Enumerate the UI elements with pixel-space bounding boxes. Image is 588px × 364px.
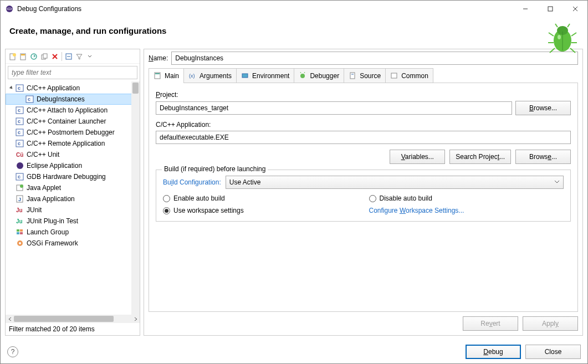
svg-text:c: c — [18, 174, 21, 180]
new-config-icon[interactable] — [8, 52, 18, 61]
tree-item[interactable]: Eclipse Application — [6, 160, 140, 171]
titlebar: Debug Configurations — [1, 1, 587, 17]
tree-item-label: OSGi Framework — [27, 239, 78, 247]
filter-icon[interactable] — [74, 52, 84, 61]
svg-text:c: c — [18, 107, 21, 113]
tab-common[interactable]: Common — [385, 68, 433, 83]
tab-debugger[interactable]: Debugger — [294, 68, 344, 83]
svg-line-14 — [550, 48, 555, 53]
search-project-button[interactable]: Search Project... — [449, 150, 511, 164]
delete-icon[interactable] — [50, 52, 60, 61]
collapse-all-icon[interactable] — [64, 52, 74, 61]
help-button[interactable]: ? — [7, 346, 18, 357]
tree-item-label: C/C++ Unit — [27, 151, 59, 158]
svg-text:c: c — [28, 96, 30, 102]
svg-text:(x): (x) — [189, 73, 195, 79]
tab-arguments[interactable]: (x)Arguments — [183, 68, 237, 83]
tree-item[interactable]: JuJUnit — [6, 204, 140, 216]
c-icon: c — [16, 139, 24, 148]
tree-item[interactable]: OSGi Framework — [6, 238, 140, 249]
tab-icon — [241, 71, 250, 80]
configure-workspace-link[interactable]: Configure Workspace Settings... — [369, 207, 564, 214]
tree-item[interactable]: JJava Application — [6, 193, 140, 204]
debug-button[interactable]: Debug — [466, 345, 521, 359]
svg-line-15 — [570, 48, 575, 53]
duplicate-icon[interactable] — [39, 52, 49, 61]
scroll-right-icon[interactable] — [131, 315, 140, 323]
variables-button[interactable]: Variables... — [390, 150, 445, 164]
tree-item[interactable]: Java Applet — [6, 182, 140, 193]
application-browse-button[interactable]: Browse... — [515, 150, 571, 164]
c-icon: c — [16, 172, 24, 181]
tree-item[interactable]: cC/C++ Container Launcher — [6, 116, 140, 127]
tree-item[interactable]: cC/C++ Attach to Application — [6, 105, 140, 116]
tree-item-label: JUnit — [27, 206, 42, 214]
close-dialog-button[interactable]: Close — [525, 345, 581, 359]
c-icon: c — [16, 128, 24, 137]
ec-icon — [16, 161, 24, 170]
tree-item[interactable]: cC/C++ Postmortem Debugger — [6, 127, 140, 138]
build-config-label[interactable]: Build Configuration: — [163, 178, 221, 186]
apply-button[interactable]: Apply — [523, 316, 578, 331]
svg-line-61 — [304, 72, 305, 73]
c-icon: c — [25, 95, 34, 104]
header: Create, manage, and run configurations — [1, 17, 587, 49]
tree-item[interactable]: Launch Group — [6, 227, 140, 238]
tree-item[interactable]: cC/C++ Application — [6, 83, 140, 94]
j-icon: J — [16, 194, 24, 203]
build-config-select[interactable]: Use Active — [226, 176, 564, 189]
close-button[interactable] — [563, 1, 587, 17]
tree-item-label: Eclipse Application — [27, 162, 82, 170]
config-tree[interactable]: cC/C++ ApplicationcDebugInstancescC/C++ … — [6, 81, 140, 250]
filter-input[interactable] — [8, 66, 137, 79]
expand-icon[interactable] — [8, 85, 16, 91]
c-icon: c — [16, 84, 24, 93]
application-input[interactable] — [156, 131, 571, 144]
new-proto-icon[interactable] — [18, 52, 28, 61]
svg-rect-3 — [548, 7, 553, 11]
filter-dropdown-icon[interactable] — [85, 52, 95, 61]
minimize-button[interactable] — [513, 1, 538, 17]
export-icon[interactable] — [29, 52, 39, 61]
tab-icon — [349, 71, 357, 80]
name-input[interactable] — [171, 52, 578, 65]
filter-matched-label: Filter matched 20 of 20 items — [6, 323, 140, 335]
project-input[interactable] — [156, 101, 512, 115]
scroll-left-icon[interactable] — [6, 315, 14, 323]
tree-item[interactable]: cDebugInstances — [6, 94, 140, 105]
vertical-scrollbar[interactable] — [131, 81, 140, 315]
tree-item[interactable]: cGDB Hardware Debugging — [6, 171, 140, 182]
tree-item-label: C/C++ Attach to Application — [27, 106, 108, 114]
maximize-button[interactable] — [538, 1, 563, 17]
use-workspace-radio[interactable]: Use workspace settings — [163, 207, 358, 214]
revert-button[interactable]: Revert — [463, 316, 518, 331]
project-browse-button[interactable]: Browse... — [515, 101, 571, 115]
disable-auto-build-radio[interactable]: Disable auto build — [369, 194, 564, 202]
horizontal-scrollbar[interactable] — [6, 315, 140, 323]
left-pane: cC/C++ ApplicationcDebugInstancescC/C++ … — [5, 49, 140, 336]
os-icon — [16, 239, 24, 248]
svg-text:Ju: Ju — [16, 207, 23, 213]
enable-auto-build-radio[interactable]: Enable auto build — [163, 194, 358, 202]
tree-item-label: DebugInstances — [37, 95, 85, 103]
tree-item[interactable]: CüC/C++ Unit — [6, 149, 140, 160]
eclipse-icon — [5, 4, 14, 13]
svg-rect-51 — [17, 232, 19, 234]
tab-label: Debugger — [310, 72, 339, 80]
tree-item[interactable]: cC/C++ Remote Application — [6, 138, 140, 149]
page-title: Create, manage, and run configurations — [9, 26, 579, 35]
tab-label: Environment — [252, 72, 289, 80]
tree-item-label: Java Application — [27, 195, 75, 203]
svg-rect-21 — [21, 54, 25, 55]
build-group-legend: Build (if required) before launching — [162, 165, 268, 173]
tree-item[interactable]: JuJUnit Plug-in Test — [6, 216, 140, 227]
debug-icon — [546, 23, 579, 55]
svg-line-10 — [549, 33, 554, 36]
tab-environment[interactable]: Environment — [236, 68, 294, 83]
tab-main[interactable]: Main — [149, 68, 184, 83]
tab-source[interactable]: Source — [344, 68, 386, 83]
svg-text:Ju: Ju — [16, 218, 23, 224]
tree-item-label: C/C++ Remote Application — [27, 140, 105, 147]
tree-item-label: C/C++ Application — [27, 84, 80, 92]
tree-item-label: GDB Hardware Debugging — [27, 173, 106, 181]
